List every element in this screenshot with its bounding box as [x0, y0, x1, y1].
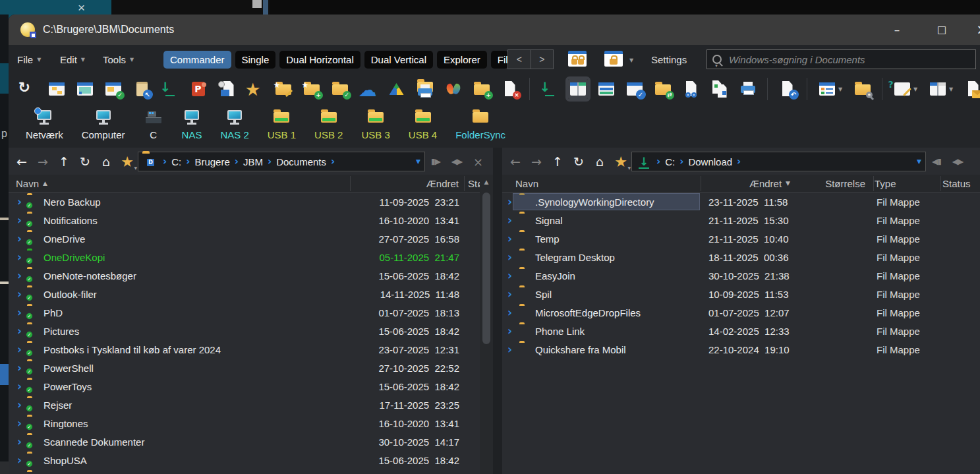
right-back-button[interactable]: ←: [505, 152, 526, 171]
expand-chevron-icon[interactable]: ›: [17, 285, 22, 303]
drive-nas-2[interactable]: NAS 2: [212, 108, 256, 140]
expand-chevron-icon[interactable]: ›: [507, 322, 512, 340]
file-row[interactable]: ›✓Rejser17-11-2025 23:25: [9, 396, 480, 414]
minimize-button[interactable]: –: [887, 15, 907, 45]
file-row[interactable]: ›✓PhD01-07-2025 18:13: [9, 303, 480, 322]
expand-chevron-icon[interactable]: ›: [17, 377, 22, 396]
right-favorites-button[interactable]: ★: [610, 152, 631, 171]
file-row[interactable]: ›✓PowerShell27-10-2025 22:52: [9, 359, 480, 377]
file-restore-button[interactable]: ↶: [778, 79, 797, 99]
window-check-button[interactable]: ✓: [625, 79, 645, 99]
right-up-button[interactable]: ↑: [547, 152, 568, 171]
close-button[interactable]: ×: [972, 15, 980, 45]
drive-foldersync[interactable]: FolderSync: [447, 108, 513, 140]
file-row[interactable]: ›✓OneNote-notesbøger15-06-2025 18:42: [9, 266, 480, 285]
file-row[interactable]: ›Phone Link14-02-2025 12:33Fil Mappe: [502, 322, 980, 340]
powerpoint-button[interactable]: P: [188, 79, 208, 99]
titlebar[interactable]: C:\Brugere\JBM\Documents – □ ×: [9, 15, 980, 45]
expand-chevron-icon[interactable]: ›: [17, 229, 22, 248]
expand-chevron-icon[interactable]: ›: [507, 193, 512, 211]
menu-tools[interactable]: Tools▼: [100, 45, 136, 74]
expand-chevron-icon[interactable]: ›: [17, 396, 22, 414]
refresh-button[interactable]: ↻: [18, 79, 38, 99]
tab-scroll-prev-button[interactable]: <: [508, 50, 531, 69]
expand-chevron-icon[interactable]: ›: [507, 248, 512, 266]
left-home-button[interactable]: ⌂: [96, 152, 117, 171]
scrollbar-up-icon[interactable]: ▲: [480, 179, 493, 185]
expand-chevron-icon[interactable]: ›: [17, 414, 22, 432]
file-row[interactable]: ›✓Postboks i Tyskland til køb af varer 2…: [9, 340, 480, 359]
file-row[interactable]: ›Telegram Desktop18-11-2025 00:36Fil Map…: [502, 248, 980, 266]
breadcrumb-segment[interactable]: Download: [688, 156, 732, 167]
right-swap-panes-button[interactable]: ◀▶: [947, 152, 968, 171]
column-header-status[interactable]: Status: [942, 175, 971, 192]
file-row[interactable]: ›Signal21-11-2025 15:30Fil Mappe: [502, 211, 980, 229]
favorites-star-button[interactable]: ★: [245, 79, 265, 99]
folder-find-button[interactable]: [853, 79, 873, 99]
file-search-button[interactable]: [681, 79, 701, 99]
folder-sync-button[interactable]: ⇄: [653, 79, 673, 99]
right-home-button[interactable]: ⌂: [589, 152, 610, 171]
menu-edit[interactable]: Edit▼: [57, 45, 88, 74]
recent-images-button[interactable]: [217, 79, 237, 99]
file-row[interactable]: ›MicrosoftEdgeDropFiles01-07-2025 12:07F…: [502, 303, 980, 322]
expand-chevron-icon[interactable]: ›: [17, 248, 22, 266]
breadcrumb-segment[interactable]: Documents: [276, 156, 326, 167]
file-row[interactable]: ›✓OneDrive27-07-2025 16:58: [9, 229, 480, 248]
view-list-button[interactable]: [817, 79, 837, 99]
left-pane-scrollbar[interactable]: ▲: [480, 175, 493, 474]
scrollbar-thumb[interactable]: [482, 193, 490, 344]
folder-tree-button[interactable]: [47, 79, 67, 99]
left-favorites-button[interactable]: ★: [117, 152, 138, 171]
background-close-icon[interactable]: ×: [78, 1, 85, 15]
expand-chevron-icon[interactable]: ›: [17, 359, 22, 377]
tab-single[interactable]: Single: [235, 51, 276, 69]
maximize-button[interactable]: □: [932, 15, 952, 45]
help-edit-button[interactable]: ?: [892, 79, 912, 99]
lock-dropdown-icon[interactable]: ▼: [629, 57, 633, 63]
folder-favorite-add-button[interactable]: ★+: [302, 79, 322, 99]
folder-check-button[interactable]: ✓: [330, 79, 350, 99]
window-split-button[interactable]: [928, 79, 948, 99]
download-queue-button[interactable]: ↓: [540, 79, 560, 99]
drive-usb-2[interactable]: USB 2: [306, 108, 351, 140]
column-header-st-rrelse[interactable]: Størrelse: [468, 175, 480, 192]
column-separator[interactable]: [464, 176, 465, 191]
left-expand-pane-button[interactable]: ▮▶: [425, 152, 446, 171]
expand-chevron-icon[interactable]: ›: [17, 432, 22, 451]
dropdown-caret-icon[interactable]: ▼: [913, 86, 921, 92]
breadcrumb-segment[interactable]: Brugere: [194, 156, 229, 167]
file-delete-button[interactable]: ×: [500, 79, 520, 99]
folder-favorite-edit-button[interactable]: ★: [274, 79, 293, 99]
drive-netv-rk[interactable]: Netværk: [18, 108, 71, 140]
google-drive-button[interactable]: [387, 79, 407, 99]
column-separator[interactable]: [350, 176, 351, 191]
search-input[interactable]: [728, 53, 970, 66]
pane-divider[interactable]: [493, 148, 502, 474]
drive-nas[interactable]: NAS: [174, 108, 210, 140]
expand-chevron-icon[interactable]: ›: [507, 340, 512, 359]
expand-chevron-icon[interactable]: ›: [17, 211, 22, 229]
layout-dual-horizontal-button[interactable]: [596, 79, 616, 99]
folder-select-check-button[interactable]: ✓: [103, 79, 123, 99]
folder-add-button[interactable]: +: [472, 79, 492, 99]
drive-usb-1[interactable]: USB 1: [260, 108, 304, 140]
dropdown-caret-icon[interactable]: ▼: [838, 86, 846, 92]
file-row[interactable]: ›✓Pictures15-06-2025 18:42: [9, 322, 480, 340]
column-separator[interactable]: [940, 176, 941, 191]
clipboard-paste-button[interactable]: ↖: [132, 79, 152, 99]
msn-butterfly-button[interactable]: [444, 79, 463, 99]
expand-chevron-icon[interactable]: ›: [17, 303, 22, 322]
expand-chevron-icon[interactable]: ›: [17, 340, 22, 359]
column-separator[interactable]: [701, 176, 701, 191]
tab-commander[interactable]: Commander: [163, 51, 231, 69]
file-mail-button[interactable]: [964, 79, 980, 99]
expand-chevron-icon[interactable]: ›: [17, 266, 22, 285]
column-header-ndret[interactable]: Ændret: [426, 175, 459, 192]
menu-file[interactable]: File▼: [14, 45, 43, 74]
file-row[interactable]: ›✓Outlook-filer14-11-2025 11:48: [9, 285, 480, 303]
expand-chevron-icon[interactable]: ›: [17, 469, 22, 474]
breadcrumb-dropdown-icon[interactable]: ▼: [917, 158, 921, 165]
right-refresh-button[interactable]: ↻: [568, 152, 589, 171]
left-forward-button[interactable]: →: [32, 152, 53, 171]
